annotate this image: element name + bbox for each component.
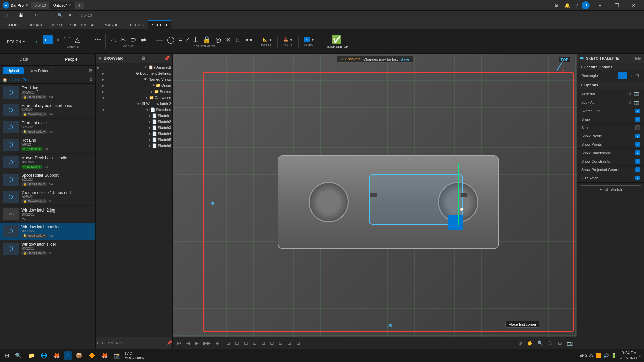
options-header[interactable]: ▼ Options (577, 81, 644, 89)
tab-close-icon[interactable]: ✕ (68, 3, 71, 7)
ribbon-tab-plastic[interactable]: PLASTIC (99, 20, 123, 29)
ribbon-tab-surface[interactable]: SURFACE (22, 20, 47, 29)
tree-item[interactable]: ▼👁📄Sketches (96, 107, 172, 113)
viewport[interactable]: 25 25 ⚠ Unsaved: Changes may be lost Sav… (173, 54, 577, 349)
save-link[interactable]: Save (400, 57, 409, 61)
file-item[interactable]: ⬡Hot End9/6/22✏ Editable ▼V1 (0, 136, 95, 154)
keyframe-btn-9[interactable]: ⊡ (294, 340, 302, 346)
file-explorer-button[interactable]: 📁 (26, 351, 37, 360)
visibility-eye-icon[interactable]: 👁 (152, 84, 155, 87)
tab-new[interactable]: + (75, 2, 84, 9)
file-badge[interactable]: 🔒 Read-Only ▼ (21, 95, 47, 99)
rectangle-button[interactable]: ▭ (43, 35, 53, 44)
notifications-icon[interactable]: 🔔 (562, 2, 572, 9)
keyframe-btn-2[interactable]: ⊡ (233, 340, 241, 346)
redo-button[interactable]: ↪ (42, 12, 49, 18)
file-badge[interactable]: ✏ Editable ▼ (21, 165, 43, 169)
file-item[interactable]: ⬡Vacuum nozzle 1.5 abs end10/5/22🔒 Read-… (0, 188, 95, 206)
concentric-button[interactable]: ◎ (214, 35, 223, 44)
mirror-button[interactable]: ⇌ (139, 35, 148, 44)
viewport-canvas[interactable]: ⚠ Unsaved: Changes may be lost Save TOP … (173, 54, 577, 349)
anim-last-button[interactable]: ⏭ (214, 340, 222, 346)
keyframe-btn-8[interactable]: ⊡ (286, 340, 293, 346)
minimize-button[interactable]: − (592, 0, 608, 11)
app6-button[interactable]: 🔶 (87, 351, 97, 360)
palette-option-checkbox[interactable]: ✓ (635, 134, 640, 138)
zoom-button[interactable]: 🔍 (536, 340, 545, 346)
ribbon-tab-sketch[interactable]: SKETCH (148, 20, 171, 29)
palette-option-checkbox[interactable]: ✓ (635, 117, 640, 122)
keyframe-btn-1[interactable]: ⊡ (225, 340, 232, 346)
home-icon[interactable]: 🏠 (3, 78, 7, 82)
file-badge[interactable]: 🔒 Read-Only ▼ (21, 234, 47, 238)
tree-item[interactable]: 👁📄Sketch1 (96, 113, 172, 119)
inspect-button[interactable]: 📐 ▼ (261, 36, 274, 43)
file-badge[interactable]: 🔒 Read-Only ▼ (21, 199, 47, 203)
admin-project-crumb[interactable]: Admin Project (11, 78, 34, 82)
perpendicular-button[interactable]: ⊥ (191, 35, 200, 44)
tab-count-left[interactable]: 3 of 10 (31, 2, 49, 9)
file-item[interactable]: ⬡Spool Roller Support9/20/22🔒 Read-Only … (0, 171, 95, 188)
keyboard-icon[interactable]: ENG US (580, 353, 594, 357)
palette-expand-icon[interactable]: ▶▶ (635, 56, 641, 61)
tree-item[interactable]: ▶⚙Document Settings (96, 70, 172, 76)
visibility-eye-icon[interactable]: 👁 (144, 66, 148, 69)
spline-button[interactable]: 〜 (93, 35, 103, 44)
save-button[interactable]: 💾 (17, 12, 25, 18)
palette-option-checkbox[interactable]: ✓ (635, 142, 640, 147)
keyframe-btn-4[interactable]: ⊡ (251, 340, 258, 346)
palette-option-icon-btn2[interactable]: 📷 (633, 90, 640, 96)
grid-view-button[interactable]: ⊞ (3, 12, 10, 18)
tree-item[interactable]: 👁📄Sketch3 (96, 125, 172, 131)
finish-sketch-palette-btn[interactable]: Finish Sketch (580, 185, 641, 193)
undo-button[interactable]: ↩ (33, 12, 40, 18)
volume-icon[interactable]: 🔊 (603, 353, 609, 358)
palette-option-checkbox[interactable]: ✓ (635, 159, 640, 164)
select-button[interactable]: ↖ (304, 37, 310, 42)
trim-button[interactable]: ✂ (119, 35, 128, 44)
tree-item[interactable]: ▼👁📁Canvases (96, 95, 172, 101)
clock[interactable]: 3:24 PM 2022-10-30 (620, 350, 637, 361)
tab-title[interactable]: Untitled* ✕ (50, 2, 75, 9)
comments-section[interactable]: ▲ COMMENTS 📌 (96, 337, 172, 349)
palette-option-checkbox[interactable] (635, 125, 640, 130)
upload-button[interactable]: Upload (3, 67, 24, 74)
settings-icon[interactable]: ⚙ (553, 2, 560, 9)
toolbar2-close[interactable]: ✕ (66, 12, 73, 18)
fillet-button[interactable]: ⌓ (109, 35, 118, 44)
pan-button[interactable]: ✋ (525, 340, 534, 346)
data-tab[interactable]: Data (0, 54, 48, 65)
visibility-eye-icon[interactable]: 👁 (150, 90, 153, 94)
restore-button[interactable]: ❐ (609, 0, 625, 11)
file-item[interactable]: ⬡Filament dry box Insert base9/29/22🔒 Re… (0, 101, 95, 119)
firefox-button[interactable]: 🦊 (51, 351, 62, 360)
close-button[interactable]: ✕ (626, 0, 641, 11)
file-badge[interactable]: ✏ Editable ▼ (21, 147, 43, 151)
ribbon-tab-sheet-metal[interactable]: SHEET METAL (66, 20, 99, 29)
visibility-eye-icon[interactable]: 👁 (146, 108, 150, 112)
visibility-eye-icon[interactable]: 👁 (148, 114, 151, 118)
file-item[interactable]: ⬡Filament roller9/20/22🔒 Read-Only ▼V3 (0, 119, 95, 136)
keyframe-btn-3[interactable]: ⊡ (242, 340, 250, 346)
tree-item[interactable]: 👁📄Sketch2 (96, 119, 172, 125)
design-dropdown[interactable]: DESIGN ▼ (5, 39, 27, 45)
visibility-eye-icon[interactable]: 👁 (148, 120, 151, 124)
camera-button[interactable]: 📷 (565, 340, 574, 346)
visibility-eye-icon[interactable]: 👁 (137, 102, 141, 106)
notification-center[interactable]: □ (639, 354, 641, 357)
visibility-eye-icon[interactable]: 👁 (145, 96, 148, 100)
tree-item[interactable]: ▶👁📁Bodies (96, 88, 172, 95)
anim-first-button[interactable]: ⏮ (175, 340, 183, 346)
profile-button[interactable]: D (582, 1, 590, 9)
file-badge[interactable]: 🔒 Read-Only ▼ (21, 251, 47, 255)
visibility-eye-icon[interactable]: 👁 (148, 138, 151, 142)
rect-alt-icon[interactable]: ◇ (628, 73, 633, 78)
browser-pin-icon[interactable]: 📌 (164, 56, 170, 61)
fusion-button[interactable]: A (64, 351, 72, 360)
lock-button[interactable]: 🔒 (201, 35, 213, 44)
visibility-eye-icon[interactable]: 👁 (148, 132, 151, 136)
ribbon-tab-solid[interactable]: SOLID (3, 20, 22, 29)
tree-item[interactable]: ▶👁📋(Unsaved) (96, 64, 172, 70)
people-tab[interactable]: People (48, 54, 95, 65)
anim-next-button[interactable]: ▶▶ (202, 340, 212, 346)
